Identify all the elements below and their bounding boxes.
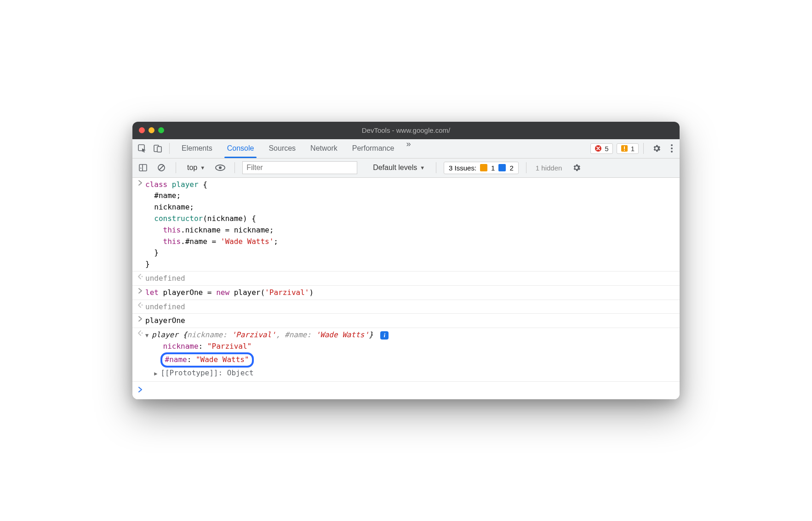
input-marker-icon	[135, 315, 145, 322]
console-result-row: undefined	[132, 300, 680, 314]
device-toolbar-icon[interactable]	[151, 142, 165, 155]
input-marker-icon	[135, 179, 145, 186]
more-menu-icon[interactable]	[667, 144, 677, 153]
warning-count-badge[interactable]: 1	[617, 143, 639, 154]
inspect-element-icon[interactable]	[135, 142, 149, 155]
prompt-marker-icon	[135, 385, 145, 393]
tab-performance[interactable]: Performance	[345, 139, 402, 158]
code-line: playerOne	[145, 315, 676, 327]
svg-point-9	[671, 151, 673, 153]
devtools-window: DevTools - www.google.com/ Elements Cons…	[132, 122, 680, 400]
issues-warning-icon	[480, 164, 487, 171]
console-filterbar: top ▼ Default levels ▼ 3 Issues: 1 2 1 h…	[132, 159, 680, 178]
console-input-row[interactable]: playerOne	[132, 313, 680, 328]
code-line: let playerOne = new player('Parzival')	[145, 287, 676, 299]
error-icon	[595, 145, 602, 152]
result-value: undefined	[145, 272, 676, 284]
svg-rect-5	[624, 147, 625, 149]
main-toolbar: Elements Console Sources Network Perform…	[132, 139, 680, 159]
console-output: class player { #name; nickname; construc…	[132, 178, 680, 400]
console-result-row: undefined	[132, 271, 680, 285]
tab-network[interactable]: Network	[303, 139, 345, 158]
result-value: undefined	[145, 301, 676, 313]
log-levels-selector[interactable]: Default levels ▼	[369, 162, 429, 174]
chevron-down-icon: ▼	[420, 165, 425, 170]
clear-console-icon[interactable]	[154, 161, 168, 175]
issues-label: 3 Issues:	[449, 164, 476, 172]
output-marker-icon	[135, 272, 145, 280]
toolbar-separator	[234, 162, 235, 173]
tab-elements[interactable]: Elements	[174, 139, 220, 158]
warning-icon	[621, 145, 628, 152]
prompt-input[interactable]	[145, 385, 676, 386]
toolbar-separator	[176, 162, 176, 173]
issues-info-icon	[498, 164, 506, 171]
hidden-messages-label: 1 hidden	[534, 164, 564, 172]
svg-rect-10	[139, 164, 147, 171]
close-window-button[interactable]	[139, 127, 145, 133]
warning-count: 1	[631, 145, 635, 153]
window-controls	[139, 127, 164, 133]
svg-point-14	[142, 276, 143, 277]
toolbar-separator	[169, 143, 170, 154]
svg-rect-2	[157, 147, 161, 152]
window-title: DevTools - www.google.com/	[132, 126, 680, 134]
sidebar-toggle-icon[interactable]	[136, 161, 150, 175]
console-prompt-row[interactable]	[132, 381, 680, 399]
expand-caret-icon[interactable]	[145, 331, 152, 340]
output-marker-icon	[135, 329, 145, 336]
svg-point-16	[142, 333, 143, 334]
context-value: top	[187, 164, 197, 172]
toolbar-separator	[526, 162, 526, 173]
code-block: class player { #name; nickname; construc…	[145, 179, 676, 270]
toolbar-separator	[643, 143, 644, 154]
tab-console[interactable]: Console	[220, 139, 262, 158]
svg-point-13	[219, 166, 222, 169]
levels-value: Default levels	[373, 164, 417, 172]
console-settings-gear-icon[interactable]	[568, 163, 585, 172]
minimize-window-button[interactable]	[149, 127, 154, 133]
issues-pill[interactable]: 3 Issues: 1 2	[444, 162, 519, 174]
svg-point-8	[671, 147, 673, 149]
issues-warning-count: 1	[491, 164, 495, 172]
svg-rect-6	[624, 150, 625, 151]
expand-caret-icon[interactable]	[154, 369, 160, 378]
settings-gear-icon[interactable]	[648, 144, 665, 153]
live-expression-icon[interactable]	[213, 161, 227, 175]
highlighted-private-field: #name: "Wade Watts"	[160, 352, 254, 368]
chevron-down-icon: ▼	[200, 165, 205, 170]
object-preview-block[interactable]: player {nickname: 'Parzival', #name: 'Wa…	[145, 329, 676, 379]
error-count-badge[interactable]: 5	[590, 143, 612, 154]
error-count: 5	[605, 145, 608, 153]
output-marker-icon	[135, 301, 145, 308]
zoom-window-button[interactable]	[158, 127, 164, 133]
info-badge-icon[interactable]: i	[380, 331, 389, 340]
toolbar-separator	[436, 162, 436, 173]
panel-tabs: Elements Console Sources Network Perform…	[174, 139, 415, 158]
console-input-row[interactable]: class player { #name; nickname; construc…	[132, 178, 680, 271]
context-selector[interactable]: top ▼	[183, 162, 209, 174]
input-marker-icon	[135, 287, 145, 294]
console-result-row: player {nickname: 'Parzival', #name: 'Wa…	[132, 328, 680, 381]
issues-info-count: 2	[509, 164, 513, 172]
svg-point-7	[671, 144, 673, 146]
console-input-row[interactable]: let playerOne = new player('Parzival')	[132, 285, 680, 300]
filter-input[interactable]	[242, 161, 357, 174]
titlebar: DevTools - www.google.com/	[132, 122, 680, 139]
svg-point-15	[142, 304, 143, 306]
tab-sources[interactable]: Sources	[261, 139, 303, 158]
tabs-overflow-button[interactable]: »	[401, 139, 415, 158]
